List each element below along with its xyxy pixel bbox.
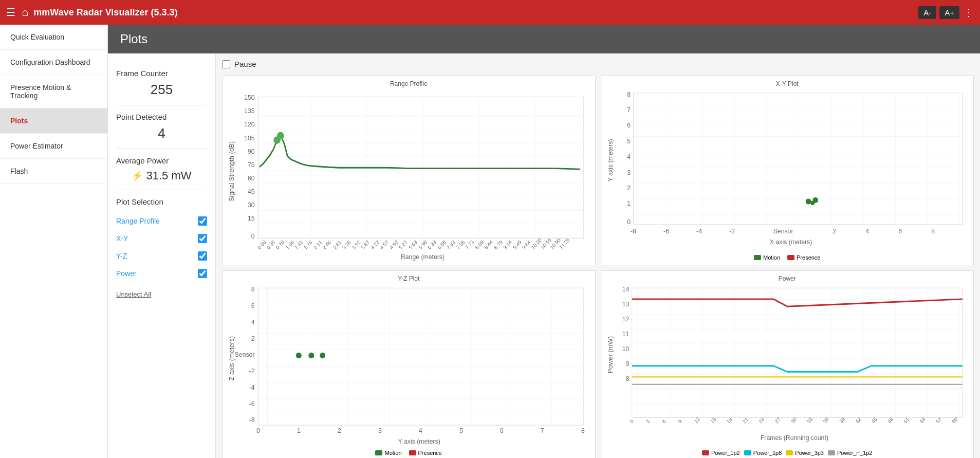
yz-motion-swatch bbox=[375, 450, 382, 455]
point-detected-label: Point Detected bbox=[116, 113, 207, 121]
sidebar: Quick Evaluation Configuration Dashboard… bbox=[0, 25, 108, 458]
svg-text:75: 75 bbox=[248, 161, 255, 168]
svg-rect-97 bbox=[632, 288, 962, 418]
plot-selection-title: Plot Selection bbox=[116, 197, 207, 206]
pause-label: Pause bbox=[234, 60, 256, 68]
svg-text:8: 8 bbox=[627, 91, 631, 98]
plot-item-xy: X-Y bbox=[116, 230, 207, 247]
svg-text:3: 3 bbox=[627, 169, 631, 176]
svg-text:7.03: 7.03 bbox=[446, 239, 456, 250]
svg-text:6: 6 bbox=[251, 302, 255, 309]
menu-icon[interactable]: ☰ bbox=[6, 6, 15, 19]
svg-point-14 bbox=[277, 132, 284, 139]
svg-text:5.98: 5.98 bbox=[417, 239, 428, 250]
svg-text:1.76: 1.76 bbox=[303, 239, 313, 250]
svg-text:10: 10 bbox=[622, 345, 629, 353]
power-legend-3p3: Power_3p3 bbox=[786, 450, 824, 456]
svg-text:9.14: 9.14 bbox=[502, 239, 513, 250]
sidebar-item-config-dashboard[interactable]: Configuration Dashboard bbox=[0, 50, 107, 75]
plot-range-profile-label: Range Profile bbox=[116, 217, 160, 225]
svg-text:3: 3 bbox=[644, 418, 651, 425]
layout: Quick Evaluation Configuration Dashboard… bbox=[0, 25, 980, 458]
svg-text:-6: -6 bbox=[249, 400, 255, 408]
sidebar-item-flash[interactable]: Flash bbox=[0, 159, 107, 184]
page-title: Plots bbox=[120, 32, 147, 46]
xy-plot-body: 8 7 6 5 4 3 2 1 0 Y axis (meters) bbox=[605, 89, 970, 252]
svg-text:0.00: 0.00 bbox=[256, 239, 267, 250]
motion-color-swatch bbox=[754, 255, 761, 260]
charts-grid: Range Profile bbox=[222, 76, 974, 458]
svg-text:0.70: 0.70 bbox=[274, 239, 285, 250]
unselect-all-button[interactable]: Unselect All bbox=[116, 290, 151, 298]
svg-text:6: 6 bbox=[898, 228, 902, 235]
power-legend: Power_1p2 Power_1p8 Power_3p3 bbox=[605, 450, 970, 456]
pause-checkbox[interactable] bbox=[222, 60, 230, 68]
svg-text:-8: -8 bbox=[631, 228, 636, 235]
svg-text:2.11: 2.11 bbox=[312, 239, 323, 250]
xy-plot-title: X-Y Plot bbox=[605, 80, 970, 87]
power1p8-swatch bbox=[744, 450, 751, 455]
svg-text:1: 1 bbox=[627, 200, 631, 207]
svg-text:14: 14 bbox=[622, 286, 629, 293]
yz-plot-svg: 8 6 4 2 Sensor -2 -4 -6 -8 Z axis (mete bbox=[227, 284, 591, 447]
svg-text:3.87: 3.87 bbox=[360, 239, 371, 250]
svg-text:4.57: 4.57 bbox=[379, 239, 390, 250]
svg-text:-8: -8 bbox=[249, 416, 255, 424]
svg-text:-4: -4 bbox=[696, 228, 702, 235]
yz-plot-chart: Y-Z Plot 8 6 bbox=[222, 270, 596, 458]
svg-text:6.33: 6.33 bbox=[427, 239, 437, 250]
svg-text:Sensor: Sensor bbox=[235, 351, 255, 358]
svg-text:13: 13 bbox=[622, 301, 629, 308]
xy-plot-chart: X-Y Plot 8 7 bbox=[601, 76, 974, 265]
svg-text:3.16: 3.16 bbox=[341, 239, 352, 250]
sidebar-item-plots[interactable]: Plots bbox=[0, 108, 107, 134]
svg-text:2: 2 bbox=[833, 228, 836, 235]
font-increase-button[interactable]: A+ bbox=[939, 6, 959, 19]
svg-text:11: 11 bbox=[622, 331, 629, 338]
svg-point-72 bbox=[810, 201, 815, 205]
svg-text:7: 7 bbox=[627, 106, 631, 114]
svg-text:-6: -6 bbox=[663, 228, 669, 235]
svg-text:5: 5 bbox=[627, 138, 631, 145]
svg-text:8: 8 bbox=[625, 375, 629, 382]
sidebar-item-power-estimator[interactable]: Power Estimator bbox=[0, 134, 107, 159]
sidebar-item-presence-motion[interactable]: Presence Motion & Tracking bbox=[0, 75, 107, 108]
svg-text:4: 4 bbox=[865, 228, 869, 235]
svg-text:9: 9 bbox=[625, 360, 629, 368]
svg-text:3: 3 bbox=[378, 427, 382, 434]
svg-text:4.22: 4.22 bbox=[370, 239, 381, 250]
svg-text:15: 15 bbox=[248, 215, 255, 222]
plot-xy-checkbox[interactable] bbox=[198, 234, 207, 243]
point-detected-value: 4 bbox=[116, 125, 207, 141]
svg-text:-4: -4 bbox=[249, 384, 255, 391]
svg-text:6.68: 6.68 bbox=[436, 239, 447, 250]
plot-item-range-profile: Range Profile bbox=[116, 212, 207, 230]
home-icon[interactable]: ⌂ bbox=[22, 6, 28, 19]
font-decrease-button[interactable]: A- bbox=[918, 6, 936, 19]
svg-text:9: 9 bbox=[677, 418, 682, 425]
svg-text:0: 0 bbox=[251, 233, 255, 240]
more-options-icon[interactable]: ⋮ bbox=[964, 6, 974, 19]
app-title: mmWave Radar Visualizer (5.3.3) bbox=[33, 7, 915, 18]
avg-power-card: Average Power ⚡ 31.5 mW bbox=[116, 149, 207, 190]
svg-text:8.09: 8.09 bbox=[474, 239, 485, 250]
sidebar-item-quick-eval[interactable]: Quick Evaluation bbox=[0, 25, 107, 50]
plot-selection-panel: Plot Selection Range Profile X-Y Y-Z bbox=[116, 190, 207, 306]
plot-power-checkbox[interactable] bbox=[198, 269, 207, 278]
avg-power-label: Average Power bbox=[116, 156, 207, 165]
plot-yz-checkbox[interactable] bbox=[198, 251, 207, 261]
svg-text:4: 4 bbox=[419, 427, 422, 434]
page-header: Plots bbox=[108, 25, 980, 53]
point-detected-card: Point Detected 4 bbox=[116, 105, 207, 149]
range-profile-svg: 150 135 120 105 90 75 60 45 30 15 0 bbox=[227, 89, 591, 261]
svg-text:7.73: 7.73 bbox=[465, 239, 475, 250]
svg-rect-49 bbox=[633, 93, 962, 224]
frame-counter-label: Frame Counter bbox=[116, 69, 207, 78]
plot-range-profile-checkbox[interactable] bbox=[198, 216, 207, 226]
lightning-icon: ⚡ bbox=[132, 170, 143, 181]
yz-presence-swatch bbox=[409, 450, 416, 455]
svg-text:Frames (Running count): Frames (Running count) bbox=[760, 434, 828, 442]
svg-text:Y axis (meters): Y axis (meters) bbox=[606, 139, 614, 181]
power-legend-1p8: Power_1p8 bbox=[744, 450, 782, 456]
pause-row: Pause bbox=[222, 60, 974, 68]
